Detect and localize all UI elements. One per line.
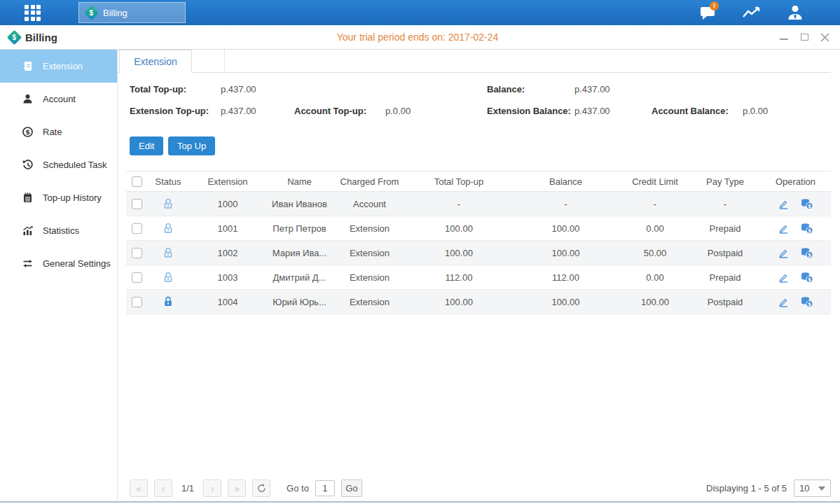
col-credit-limit: Credit Limit (620, 176, 690, 187)
edit-row-icon[interactable] (778, 223, 790, 234)
clock-history-icon (22, 159, 34, 171)
sidebar-item-account[interactable]: Account (0, 83, 117, 115)
first-page-button[interactable]: « (130, 479, 148, 497)
select-all-checkbox[interactable] (132, 176, 142, 187)
sidebar-item-statistics[interactable]: Statistics (0, 214, 117, 247)
extension-topup-label: Extension Top-up: (130, 106, 209, 116)
taskbar-tab-billing[interactable]: $ Billing (78, 2, 186, 23)
close-icon[interactable] (819, 31, 830, 43)
table-row: 1002 Мария Ива... Extension 100.00 100.0… (126, 241, 831, 265)
svg-text:$: $ (808, 227, 811, 234)
maximize-icon[interactable] (799, 31, 810, 43)
goto-page-input[interactable] (315, 480, 335, 496)
sidebar-item-topup-history[interactable]: Top-up History (0, 181, 117, 214)
account-balance-value: p.0.00 (743, 106, 768, 116)
sidebar-item-label: Rate (43, 127, 62, 137)
account-balance-label: Account Balance: (652, 106, 729, 116)
sidebar-item-scheduled-task[interactable]: Scheduled Task (0, 148, 117, 181)
messages-icon[interactable]: ! (697, 4, 719, 22)
cell-extension: 1000 (189, 199, 266, 209)
next-page-button[interactable]: › (203, 479, 221, 497)
bar-chart-icon (22, 225, 34, 237)
cell-balance: 100.00 (511, 297, 620, 307)
top-up-row-icon[interactable]: $ (800, 246, 813, 259)
notification-badge: ! (710, 1, 719, 10)
cell-extension: 1002 (189, 248, 266, 258)
minimize-icon[interactable] (778, 31, 790, 43)
balance-value: p.437.00 (574, 84, 610, 94)
sidebar-item-rate[interactable]: $ Rate (0, 115, 117, 148)
account-topup-label: Account Top-up: (294, 106, 366, 116)
edit-row-icon[interactable] (778, 247, 790, 259)
extension-balance-label: Extension Balance: (487, 106, 571, 116)
page-indicator: 1/1 (181, 483, 194, 493)
account-topup-value: p.0.00 (385, 106, 411, 116)
top-bar: $ Billing ! (0, 0, 840, 25)
cell-pay-type: Prepaid (690, 223, 760, 234)
goto-label: Go to (287, 483, 309, 493)
row-checkbox[interactable] (132, 199, 142, 209)
row-checkbox[interactable] (132, 248, 142, 258)
sidebar-item-label: Extension (43, 61, 83, 71)
col-charged-from: Charged From (333, 176, 406, 187)
row-checkbox[interactable] (132, 272, 142, 283)
svg-text:$: $ (808, 276, 811, 283)
reports-chart-icon[interactable] (741, 4, 763, 22)
edit-row-icon[interactable] (778, 272, 790, 284)
top-up-row-icon[interactable]: $ (800, 295, 813, 308)
col-name: Name (266, 176, 333, 187)
cell-name: Иван Иванов (266, 199, 333, 209)
refresh-button[interactable] (252, 479, 270, 497)
lock-open-icon[interactable] (162, 197, 174, 210)
edit-row-icon[interactable] (778, 296, 790, 308)
lock-open-icon[interactable] (162, 222, 174, 234)
col-pay-type: Pay Type (690, 176, 760, 187)
next-page-icon: › (211, 483, 214, 494)
person-icon (22, 93, 34, 105)
edit-button[interactable]: Edit (130, 136, 163, 155)
cell-name: Дмитрий Д... (266, 272, 333, 283)
cell-extension: 1001 (189, 223, 266, 234)
window-title-bar: $ Billing Your trial period ends on: 201… (0, 25, 840, 50)
edit-row-icon[interactable] (778, 198, 790, 210)
go-button[interactable]: Go (341, 479, 362, 497)
sidebar-item-label: Scheduled Task (43, 160, 107, 170)
topbar-right-icons: ! (697, 0, 806, 25)
svg-text:$: $ (808, 203, 811, 209)
page-size-select[interactable]: 10 (794, 479, 831, 497)
sidebar-item-label: Account (43, 94, 76, 104)
sidebar-item-general-settings[interactable]: General Settings (0, 247, 117, 280)
user-account-icon[interactable] (784, 4, 806, 22)
page-size-value: 10 (799, 483, 809, 493)
table-row: 1001 Петр Петров Extension 100.00 100.00… (126, 216, 831, 241)
cell-balance: 100.00 (511, 223, 620, 234)
top-up-button[interactable]: Top Up (168, 136, 215, 155)
balance-label: Balance: (487, 84, 525, 94)
extension-balance-value: p.437.00 (574, 106, 610, 116)
col-operation: Operation (760, 176, 831, 187)
row-checkbox[interactable] (132, 297, 142, 307)
transfer-arrows-icon (22, 258, 34, 270)
top-up-row-icon[interactable]: $ (800, 271, 813, 284)
sidebar: Extension Account $ Rate Scheduled Task … (0, 50, 118, 503)
tab-extension[interactable]: Extension (119, 50, 192, 73)
pagination-bar: « ‹ 1/1 › » Go to Go (130, 479, 362, 497)
lock-open-icon[interactable] (162, 271, 174, 284)
lock-open-icon[interactable] (162, 246, 174, 259)
cell-name: Мария Ива... (266, 248, 333, 258)
app-grid-menu-icon[interactable] (25, 5, 41, 21)
row-checkbox[interactable] (132, 223, 142, 234)
table-row: 1003 Дмитрий Д... Extension 112.00 112.0… (126, 265, 831, 290)
col-total-topup: Total Top-up (406, 176, 511, 187)
lock-closed-icon[interactable] (162, 295, 174, 308)
col-status: Status (147, 176, 189, 187)
cell-credit-limit: - (620, 199, 690, 209)
sidebar-item-extension[interactable]: Extension (0, 50, 117, 83)
display-info: Displaying 1 - 5 of 5 10 (706, 479, 831, 497)
top-up-row-icon[interactable]: $ (800, 197, 813, 210)
top-up-row-icon[interactable]: $ (800, 222, 813, 234)
prev-page-button[interactable]: ‹ (154, 479, 172, 497)
cell-pay-type: Prepaid (690, 272, 760, 283)
table-row: 1000 Иван Иванов Account - - - - $ (126, 192, 831, 216)
last-page-button[interactable]: » (228, 479, 246, 497)
